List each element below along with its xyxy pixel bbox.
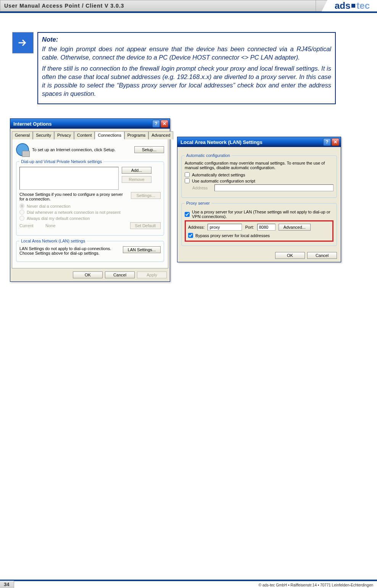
proxy-legend: Proxy server <box>185 201 211 205</box>
settings-button: Settings... <box>131 192 161 199</box>
use-proxy-checkbox[interactable] <box>185 212 190 217</box>
remove-button: Remove <box>122 176 151 183</box>
ok-button[interactable]: OK <box>275 252 305 259</box>
apply-button: Apply <box>137 271 167 278</box>
logo-square-icon <box>351 4 355 8</box>
auto-config-legend: Automatic configuration <box>185 153 232 158</box>
lan-settings-dialog: Local Area Network (LAN) Settings ? ✕ Au… <box>177 137 341 262</box>
radio-whenever-input <box>19 210 24 215</box>
titlebar[interactable]: Internet Options ? ✕ <box>10 119 170 129</box>
cancel-button[interactable]: Cancel <box>307 252 337 259</box>
dialup-group: Dial-up and Virtual Private Network sett… <box>16 159 164 236</box>
advanced-button[interactable]: Advanced... <box>279 224 311 231</box>
page-footer: 34 © ads-tec GmbH • Raiffeisenstr.14 • 7… <box>0 580 377 588</box>
tab-body: To set up an Internet connection, click … <box>12 139 168 268</box>
doc-title: User Manual Access Point / Client V 3.0.… <box>0 0 316 11</box>
copyright-text: © ads-tec GmbH • Raiffeisenstr.14 • 7077… <box>255 582 377 588</box>
brand-logo: ads tec <box>327 0 377 11</box>
lan-legend: Local Area Network (LAN) settings <box>19 239 87 243</box>
help-button[interactable]: ? <box>152 120 160 128</box>
radio-never: Never dial a connection <box>19 204 161 208</box>
internet-options-dialog: Internet Options ? ✕ General Security Pr… <box>10 118 170 282</box>
ok-button[interactable]: OK <box>73 271 103 278</box>
tab-programs[interactable]: Programs <box>124 131 149 139</box>
highlighted-box: Address: Port: Advanced... Bypass proxy … <box>185 220 334 242</box>
bypass-checkbox[interactable] <box>188 233 193 238</box>
autoscript-check[interactable]: Use automatic configuration script <box>185 178 334 183</box>
logo-text-right: tec <box>356 0 370 11</box>
logo-text-left: ads <box>335 0 350 11</box>
titlebar[interactable]: Local Area Network (LAN) Settings ? ✕ <box>177 137 341 147</box>
bypass-check[interactable]: Bypass proxy server for local addresses <box>188 233 330 238</box>
address-label: Address <box>192 186 211 190</box>
help-button[interactable]: ? <box>323 138 331 146</box>
lan-settings-button[interactable]: LAN Settings... <box>123 246 161 253</box>
proxy-group: Proxy server Use a proxy server for your… <box>181 201 337 246</box>
current-value: None <box>45 223 127 228</box>
close-button[interactable]: ✕ <box>161 120 168 128</box>
arrow-right-icon <box>12 32 34 53</box>
dialog-buttons: OK Cancel <box>181 249 337 259</box>
lan-text: LAN Settings do not apply to dial-up con… <box>19 246 120 255</box>
autodetect-checkbox[interactable] <box>185 172 190 177</box>
dialup-legend: Dial-up and Virtual Private Network sett… <box>19 159 103 164</box>
proxy-port-field[interactable] <box>257 224 276 231</box>
cancel-button[interactable]: Cancel <box>105 271 135 278</box>
auto-config-text: Automatic configuration may override man… <box>185 161 334 170</box>
tab-security[interactable]: Security <box>33 131 54 139</box>
window-title: Local Area Network (LAN) Settings <box>180 139 263 145</box>
proxy-address-label: Address: <box>188 225 205 229</box>
tab-advanced[interactable]: Advanced <box>148 131 173 139</box>
page-number: 34 <box>0 581 14 588</box>
window-title: Internet Options <box>13 121 52 127</box>
note-block: Note: If the login prompt does not appea… <box>12 32 336 104</box>
current-label: Current <box>19 223 42 228</box>
autodetect-check[interactable]: Automatically detect settings <box>185 172 334 177</box>
note-paragraph-1: If the login prompt does not appear ensu… <box>42 45 331 62</box>
tab-connections[interactable]: Connections <box>95 131 124 139</box>
page-header: User Manual Access Point / Client V 3.0.… <box>0 0 377 11</box>
set-default-button: Set Default <box>130 222 161 229</box>
dialog-buttons: OK Cancel Apply <box>10 268 170 281</box>
setup-text: To set up an Internet connection, click … <box>32 147 131 152</box>
tab-general[interactable]: General <box>12 131 33 139</box>
proxy-address-field[interactable] <box>208 224 242 231</box>
note-paragraph-2: If there still is no connection to the f… <box>42 64 331 98</box>
add-button[interactable]: Add... <box>122 167 151 174</box>
screenshots-row: Internet Options ? ✕ General Security Pr… <box>10 118 350 282</box>
tab-content[interactable]: Content <box>74 131 95 139</box>
radio-whenever: Dial whenever a network connection is no… <box>19 210 161 215</box>
tab-privacy[interactable]: Privacy <box>54 131 74 139</box>
tabstrip: General Security Privacy Content Connect… <box>10 129 170 139</box>
radio-always-input <box>19 216 24 221</box>
note-box: Note: If the login prompt does not appea… <box>37 32 336 104</box>
setup-button[interactable]: Setup... <box>134 146 164 153</box>
proxy-port-label: Port: <box>245 225 254 229</box>
use-proxy-check[interactable]: Use a proxy server for your LAN (These s… <box>185 210 334 219</box>
address-field <box>214 184 334 191</box>
choose-text: Choose Settings if you need to configure… <box>19 192 128 201</box>
note-heading: Note: <box>42 36 331 43</box>
lan-group: Local Area Network (LAN) settings LAN Se… <box>16 239 164 262</box>
radio-always: Always dial my default connection <box>19 216 161 221</box>
globe-icon <box>16 143 29 156</box>
connections-list[interactable] <box>19 167 119 190</box>
autoscript-checkbox[interactable] <box>185 178 190 183</box>
close-button[interactable]: ✕ <box>332 138 339 146</box>
auto-config-group: Automatic configuration Automatic config… <box>181 153 337 198</box>
radio-never-input <box>19 204 24 208</box>
header-cap <box>316 0 327 11</box>
header-rule <box>0 11 377 13</box>
